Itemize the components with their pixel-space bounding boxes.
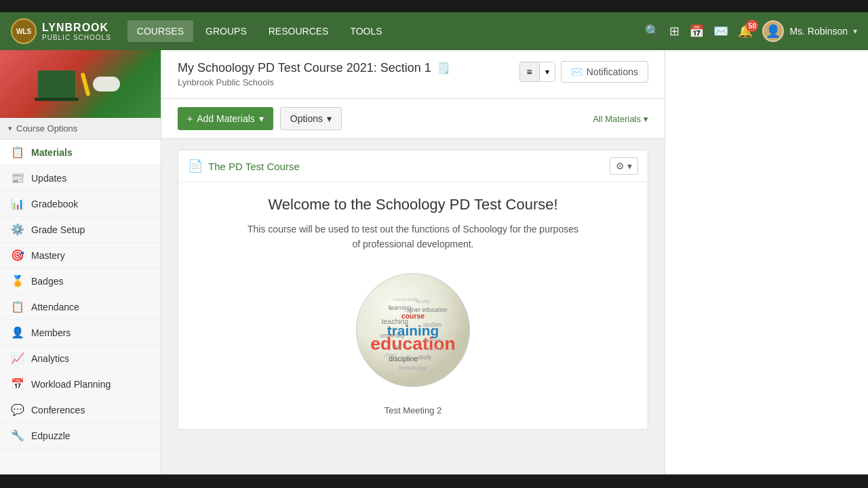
header-left: WLS Lynbrook Public Schools COURSES GROU… xyxy=(11,18,392,44)
sidebar-item-label: Members xyxy=(31,327,71,338)
gradebook-icon: 📊 xyxy=(11,197,24,210)
analytics-icon: 📈 xyxy=(11,352,24,365)
nav-resources[interactable]: RESOURCES xyxy=(259,20,338,42)
sidebar-item-gradebook[interactable]: 📊 Gradebook xyxy=(0,191,161,217)
sidebar-item-label: Attendance xyxy=(31,302,79,312)
test-meeting-label: Test Meeting 2 xyxy=(195,405,631,415)
toolbar: + Add Materials ▾ Options ▾ All Material… xyxy=(161,99,665,139)
content-card-body: Welcome to the Schoology PD Test Course!… xyxy=(178,182,648,429)
welcome-text: This course will be used to test out the… xyxy=(243,222,583,252)
user-menu[interactable]: 👤 Ms. Robinson ▾ xyxy=(762,20,857,42)
grade-setup-icon: ⚙️ xyxy=(11,223,24,236)
sidebar-item-grade-setup[interactable]: ⚙️ Grade Setup xyxy=(0,217,161,243)
gear-icon: ⚙ xyxy=(616,161,625,171)
logo-initials: WLS xyxy=(16,28,31,35)
grid-icon[interactable]: ⊞ xyxy=(669,24,679,39)
nav-groups[interactable]: GROUPS xyxy=(196,20,256,42)
sidebar-item-label: Badges xyxy=(31,276,63,287)
sidebar-item-label: Mastery xyxy=(31,250,65,261)
calendar-icon[interactable]: 📅 xyxy=(689,24,704,39)
sidebar-item-label: Analytics xyxy=(31,353,69,364)
mail-icon[interactable]: ✉️ xyxy=(713,24,728,39)
updates-icon: 📰 xyxy=(11,171,24,184)
sidebar-item-badges[interactable]: 🏅 Badges xyxy=(0,268,161,294)
course-title: My Schoology PD Test Course 2021: Sectio… xyxy=(178,61,450,75)
svg-text:class: class xyxy=(384,352,397,359)
members-icon: 👤 xyxy=(11,326,24,339)
nav-tools[interactable]: TOOLS xyxy=(340,20,391,42)
svg-text:student: student xyxy=(424,337,441,343)
course-header: My Schoology PD Test Course 2021: Sectio… xyxy=(161,50,665,99)
logo[interactable]: WLS Lynbrook Public Schools xyxy=(11,18,111,44)
svg-text:teaching: teaching xyxy=(382,317,409,325)
sidebar-item-analytics[interactable]: 📈 Analytics xyxy=(0,346,161,371)
course-doc-icon[interactable]: 🗒️ xyxy=(437,62,450,75)
notifications-label: Notifications xyxy=(587,66,638,77)
nav-courses[interactable]: COURSES xyxy=(127,20,193,42)
banner-elements xyxy=(0,50,161,118)
sidebar-item-workload[interactable]: 📅 Workload Planning xyxy=(0,371,161,397)
conferences-icon: 💬 xyxy=(11,403,24,416)
sidebar-item-label: Edpuzzle xyxy=(31,430,71,441)
logo-text: Lynbrook Public Schools xyxy=(42,22,111,41)
sidebar-item-materials[interactable]: 📋 Materials xyxy=(0,140,161,165)
mastery-icon: 🎯 xyxy=(11,249,24,262)
search-icon[interactable]: 🔍 xyxy=(645,24,660,39)
sidebar-item-conferences[interactable]: 💬 Conferences xyxy=(0,397,161,423)
course-options-label: Course Options xyxy=(16,123,77,134)
sidebar-item-updates[interactable]: 📰 Updates xyxy=(0,165,161,191)
content-area: My Schoology PD Test Course 2021: Sectio… xyxy=(161,50,665,488)
toolbar-left: + Add Materials ▾ Options ▾ xyxy=(178,107,342,130)
edpuzzle-icon: 🔧 xyxy=(11,429,24,442)
sidebar-item-label: Workload Planning xyxy=(31,379,111,390)
sidebar-item-members[interactable]: 👤 Members xyxy=(0,320,161,346)
options-label: Options xyxy=(290,113,323,124)
main-container: ▾ Course Options 📋 Materials 📰 Updates 📊… xyxy=(0,50,868,488)
svg-text:science: science xyxy=(427,346,445,352)
course-content: 📄 The PD Test Course ⚙ ▾ Welcome to the … xyxy=(161,139,665,441)
svg-text:skill: skill xyxy=(393,343,401,349)
content-card: 📄 The PD Test Course ⚙ ▾ Welcome to the … xyxy=(178,150,648,430)
badges-icon: 🏅 xyxy=(11,274,24,287)
course-title-area: My Schoology PD Test Course 2021: Sectio… xyxy=(178,61,450,87)
notification-count: 50 xyxy=(746,20,758,32)
sidebar-item-attendance[interactable]: 📋 Attendance xyxy=(0,294,161,320)
gear-button[interactable]: ⚙ ▾ xyxy=(610,157,638,175)
word-cloud-svg: course learning higher education trainin… xyxy=(349,266,477,394)
svg-text:studies: studies xyxy=(423,321,441,328)
notification-bell[interactable]: 🔔 50 xyxy=(738,24,753,39)
sidebar-item-label: Updates xyxy=(31,173,66,184)
add-materials-button[interactable]: + Add Materials ▾ xyxy=(178,107,273,130)
user-name: Ms. Robinson xyxy=(789,26,848,37)
sidebar-item-label: Grade Setup xyxy=(31,224,85,235)
view-dropdown-btn[interactable]: ▾ xyxy=(540,62,555,81)
gear-arrow-icon: ▾ xyxy=(627,161,632,171)
sidebar: ▾ Course Options 📋 Materials 📰 Updates 📊… xyxy=(0,50,161,488)
add-materials-label: Add Materials xyxy=(197,113,255,124)
notifications-button[interactable]: ✉️ Notifications xyxy=(561,61,648,83)
section-title[interactable]: The PD Test Course xyxy=(208,161,300,172)
school-sub: Public Schools xyxy=(42,34,111,41)
header: WLS Lynbrook Public Schools COURSES GROU… xyxy=(0,12,868,50)
course-options-toggle[interactable]: ▾ Course Options xyxy=(0,118,161,140)
svg-text:university: university xyxy=(380,332,406,339)
sidebar-item-label: Gradebook xyxy=(31,199,78,209)
options-button[interactable]: Options ▾ xyxy=(280,107,342,130)
sidebar-item-edpuzzle[interactable]: 🔧 Edpuzzle xyxy=(0,423,161,449)
bottom-bar xyxy=(0,474,868,488)
svg-point-19 xyxy=(389,296,418,312)
sidebar-item-mastery[interactable]: 🎯 Mastery xyxy=(0,243,161,268)
nav-menu: COURSES GROUPS RESOURCES TOOLS xyxy=(127,20,392,42)
add-materials-arrow-icon: ▾ xyxy=(259,113,264,124)
sidebar-item-label: Materials xyxy=(31,147,73,158)
attendance-icon: 📋 xyxy=(11,300,24,313)
content-card-header: 📄 The PD Test Course ⚙ ▾ xyxy=(178,150,648,182)
banner-cloud-icon xyxy=(93,77,120,92)
content-card-title-area: 📄 The PD Test Course xyxy=(188,159,300,174)
all-materials-link[interactable]: All Materials ▾ xyxy=(593,114,648,124)
school-name: Lynbrook xyxy=(42,22,111,34)
list-view-btn[interactable]: ≡ xyxy=(520,62,540,81)
section-doc-icon: 📄 xyxy=(188,159,203,174)
all-materials-text: All Materials xyxy=(593,114,641,124)
all-materials-arrow-icon: ▾ xyxy=(644,114,648,124)
